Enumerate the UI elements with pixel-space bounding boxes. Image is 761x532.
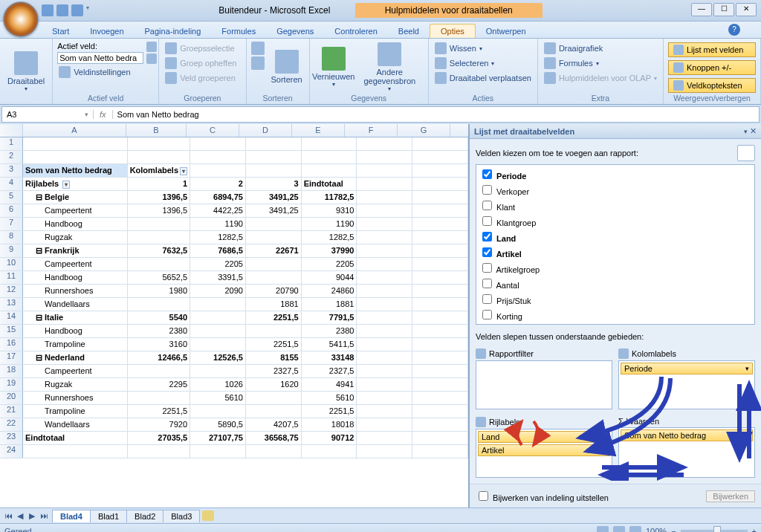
cell[interactable] <box>412 231 468 244</box>
row-header[interactable]: 8 <box>0 231 23 244</box>
new-sheet-icon[interactable] <box>202 510 214 521</box>
cell[interactable]: Handboog <box>23 218 128 230</box>
help-icon[interactable]: ? <box>728 24 740 36</box>
cell[interactable] <box>128 137 190 150</box>
view-pagebreak-icon[interactable] <box>629 526 641 532</box>
cell[interactable] <box>357 311 412 324</box>
cell[interactable]: 33148 <box>302 351 357 364</box>
qat-dropdown-icon[interactable]: ▾ <box>86 4 98 16</box>
cell[interactable] <box>412 418 468 431</box>
cell[interactable]: 24860 <box>302 285 357 297</box>
cell[interactable]: 2090 <box>190 285 246 297</box>
cell[interactable] <box>357 204 412 217</box>
cell[interactable]: 36568,75 <box>246 432 302 444</box>
cell[interactable]: 2251,5 <box>246 338 302 351</box>
cell[interactable] <box>190 137 246 150</box>
cell[interactable] <box>412 365 468 377</box>
cell[interactable]: ⊟ Nederland <box>23 351 128 364</box>
cell[interactable] <box>246 218 302 230</box>
cell[interactable] <box>412 405 468 418</box>
tab-formules[interactable]: Formules <box>211 25 266 38</box>
field-bruto-bedrag[interactable]: Bruto bedrag <box>478 322 753 325</box>
cell[interactable]: 4941 <box>302 378 357 391</box>
cell[interactable]: 2251,5 <box>128 405 190 418</box>
sort-az-icon[interactable] <box>251 42 265 55</box>
cell[interactable]: 8155 <box>246 351 302 364</box>
sort-za-icon[interactable] <box>251 56 265 70</box>
field-aantal[interactable]: Aantal <box>478 276 753 291</box>
cell[interactable]: Runnershoes <box>23 285 128 297</box>
cell[interactable] <box>357 378 412 391</box>
field-korting[interactable]: Korting <box>478 307 753 322</box>
cell[interactable] <box>357 351 412 364</box>
zoom-out-icon[interactable]: − <box>671 527 676 532</box>
cell[interactable] <box>412 178 468 190</box>
row-header[interactable]: 21 <box>0 405 23 418</box>
cell[interactable]: 7791,5 <box>302 311 357 324</box>
cell[interactable] <box>357 338 412 351</box>
cell[interactable]: Campeertent <box>23 258 128 270</box>
field-prijs/stuk[interactable]: Prijs/Stuk <box>478 291 753 307</box>
field-pill[interactable]: Som van Netto bedrag <box>621 429 753 441</box>
cell[interactable]: 22671 <box>246 244 302 257</box>
row-header[interactable]: 1 <box>0 137 23 150</box>
fx-icon[interactable]: fx <box>94 110 113 119</box>
cell[interactable] <box>246 258 302 270</box>
cell[interactable] <box>412 325 468 337</box>
row-header[interactable]: 7 <box>0 218 23 230</box>
cell[interactable] <box>246 231 302 244</box>
refresh-button[interactable]: Vernieuwen▾ <box>314 40 353 94</box>
cell[interactable]: Eindtotaal <box>23 432 128 444</box>
cell[interactable] <box>412 164 468 177</box>
cell[interactable]: Runnershoes <box>23 392 128 404</box>
cell[interactable]: 9310 <box>302 204 357 217</box>
cell[interactable]: 20790 <box>246 285 302 297</box>
cell[interactable]: 11782,5 <box>302 191 357 204</box>
cell[interactable]: 27035,5 <box>128 432 190 444</box>
cell[interactable] <box>357 445 412 458</box>
col-header-G[interactable]: G <box>398 124 450 137</box>
row-header[interactable]: 23 <box>0 432 23 444</box>
field-land[interactable]: Land <box>478 229 753 244</box>
cell[interactable] <box>128 445 190 458</box>
row-header[interactable]: 20 <box>0 392 23 404</box>
redo-icon[interactable] <box>71 4 83 16</box>
layout-options-icon[interactable] <box>737 145 755 161</box>
cell[interactable] <box>128 392 190 404</box>
cell[interactable] <box>412 378 468 391</box>
cell[interactable]: Wandellaars <box>23 298 128 311</box>
cell[interactable] <box>412 137 468 150</box>
row-header[interactable]: 17 <box>0 351 23 364</box>
row-header[interactable]: 18 <box>0 365 23 377</box>
tab-start[interactable]: Start <box>42 25 80 38</box>
cell[interactable]: 2205 <box>190 258 246 270</box>
cell[interactable] <box>412 338 468 351</box>
cell[interactable] <box>128 258 190 270</box>
cell[interactable]: Rijlabels ▾ <box>23 178 128 190</box>
datasource-button[interactable]: Andere gegevensbron▾ <box>356 40 424 94</box>
cell[interactable]: Som van Netto bedrag <box>23 164 128 177</box>
cell[interactable]: 4207,5 <box>246 418 302 431</box>
cell[interactable] <box>246 137 302 150</box>
first-sheet-icon[interactable]: ⏮ <box>3 511 13 521</box>
area-filter-box[interactable] <box>476 360 612 409</box>
cell[interactable]: 1620 <box>246 378 302 391</box>
row-header[interactable]: 10 <box>0 258 23 270</box>
close-button[interactable]: ✕ <box>736 3 757 16</box>
cell[interactable] <box>357 365 412 377</box>
maximize-button[interactable]: ☐ <box>713 3 734 16</box>
row-header[interactable]: 14 <box>0 311 23 324</box>
tab-opties[interactable]: Opties <box>430 24 476 38</box>
cell[interactable]: 1190 <box>190 218 246 230</box>
cell[interactable] <box>412 258 468 270</box>
cell[interactable]: 2 <box>190 178 246 190</box>
field-list[interactable]: Periode Verkoper Klant Klantgroep Land A… <box>476 164 755 325</box>
prev-sheet-icon[interactable]: ◀ <box>15 511 25 521</box>
defer-checkbox[interactable]: Bijwerken van indeling uitstellen <box>476 489 609 503</box>
cell[interactable] <box>246 271 302 284</box>
tab-ontwerpen[interactable]: Ontwerpen <box>476 25 537 38</box>
cell[interactable] <box>412 351 468 364</box>
cell[interactable]: 2205 <box>302 258 357 270</box>
row-header[interactable]: 13 <box>0 298 23 311</box>
cell[interactable] <box>412 432 468 444</box>
